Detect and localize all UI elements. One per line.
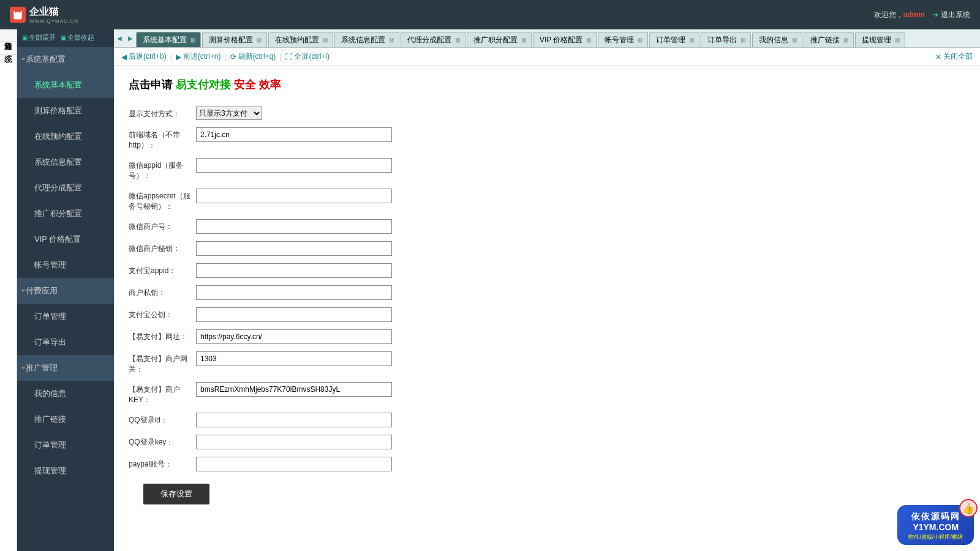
brand-name: 企业猫 bbox=[29, 6, 59, 17]
ali-pubkey-input[interactable] bbox=[196, 307, 392, 322]
tab[interactable]: 代理分成配置⊠ bbox=[401, 32, 466, 48]
epay-key-input[interactable] bbox=[196, 382, 392, 397]
qq-id-input[interactable] bbox=[196, 413, 392, 427]
tab-close-icon[interactable]: ⊠ bbox=[255, 37, 263, 43]
tab-label: 订单管理 bbox=[656, 35, 685, 45]
tab[interactable]: 我的信息⊠ bbox=[752, 32, 802, 48]
nav-item[interactable]: 提现管理 bbox=[17, 458, 114, 484]
nav-item[interactable]: 订单导出 bbox=[17, 329, 114, 355]
ali-appid-input[interactable] bbox=[196, 263, 392, 278]
qq-id-label: QQ登录id： bbox=[129, 413, 196, 425]
nav-item[interactable]: 我的信息 bbox=[17, 381, 114, 407]
pay-display-label: 显示支付方式： bbox=[129, 107, 196, 119]
tab[interactable]: 帐号管理⊠ bbox=[598, 32, 648, 48]
wx-appid-input[interactable] bbox=[196, 158, 392, 173]
nav-item[interactable]: 测算价格配置 bbox=[17, 98, 114, 124]
nav-item[interactable]: 订单管理 bbox=[17, 432, 114, 458]
epay-key-label: 【易支付】商户KEY： bbox=[129, 382, 196, 405]
tab-close-icon[interactable]: ⊠ bbox=[189, 37, 197, 43]
tab-close-icon[interactable]: ⊠ bbox=[636, 37, 644, 43]
epay-gw-input[interactable] bbox=[196, 351, 392, 366]
tab-scroll-right[interactable]: ▶ bbox=[125, 30, 136, 47]
wx-mch-input[interactable] bbox=[196, 219, 392, 234]
tab[interactable]: 提现管理⊠ bbox=[855, 32, 905, 48]
side-tab-fortune[interactable]: 算命频道 bbox=[0, 29, 16, 42]
expand-all-link[interactable]: ▣全部展开 bbox=[22, 33, 56, 42]
refresh-icon: ⟳ bbox=[230, 53, 236, 61]
nav-refresh[interactable]: ⟳刷新(ctrl+q) bbox=[230, 51, 276, 62]
tab-label: 帐号管理 bbox=[605, 35, 634, 45]
nav-forward[interactable]: ▶前进(ctrl+n) bbox=[176, 51, 221, 62]
nav-back[interactable]: ◀后退(ctrl+b) bbox=[121, 51, 167, 62]
tab-close-icon[interactable]: ⊠ bbox=[688, 37, 695, 43]
qq-key-input[interactable] bbox=[196, 435, 392, 449]
tab-close-icon[interactable]: ⊠ bbox=[842, 37, 850, 43]
content: 点击申请 易支付对接 安全 效率 显示支付方式：只显示3方支付 前端域名（不带h… bbox=[114, 66, 980, 551]
wx-mch-label: 微信商户号： bbox=[129, 219, 196, 232]
tab[interactable]: 订单导出⊠ bbox=[701, 32, 751, 48]
close-all-tabs[interactable]: ✕关闭全部 bbox=[935, 51, 973, 62]
logout-icon: ➔ bbox=[932, 10, 938, 19]
nav-category[interactable]: 付费应用 bbox=[17, 278, 114, 304]
nav-item[interactable]: 系统信息配置 bbox=[17, 149, 114, 175]
tab-close-icon[interactable]: ⊠ bbox=[739, 37, 747, 43]
nav-item[interactable]: 系统基本配置 bbox=[17, 72, 114, 98]
tab-close-icon[interactable]: ⊠ bbox=[585, 37, 592, 43]
tab[interactable]: 推广积分配置⊠ bbox=[467, 32, 532, 48]
nav-fullscreen[interactable]: ⛶全屏(ctrl+i) bbox=[285, 51, 330, 62]
tab-label: 在线预约配置 bbox=[275, 35, 319, 45]
tab-strip: ◀ ▶ 系统基本配置⊠测算价格配置⊠在线预约配置⊠系统信息配置⊠代理分成配置⊠推… bbox=[114, 29, 980, 48]
logout-link[interactable]: ➔退出系统 bbox=[932, 10, 970, 20]
domain-label: 前端域名（不带http）： bbox=[129, 127, 196, 151]
brand-sub: WWW.QYMAO.CN bbox=[29, 18, 78, 24]
forward-icon: ▶ bbox=[176, 53, 181, 61]
tab-label: 系统信息配置 bbox=[341, 35, 385, 45]
logo-area: 企业猫 WWW.QYMAO.CN bbox=[10, 6, 78, 24]
tab-label: 代理分成配置 bbox=[407, 35, 451, 45]
mch-private-label: 商户私钥： bbox=[129, 285, 196, 298]
tab-label: 订单导出 bbox=[707, 35, 737, 45]
back-icon: ◀ bbox=[121, 53, 127, 61]
nav-item[interactable]: VIP 价格配置 bbox=[17, 227, 114, 252]
epay-url-input[interactable] bbox=[196, 329, 392, 344]
tab-close-icon[interactable]: ⊠ bbox=[520, 37, 527, 43]
pay-display-select[interactable]: 只显示3方支付 bbox=[196, 107, 262, 120]
nav-item[interactable]: 推广积分配置 bbox=[17, 201, 114, 227]
paypal-input[interactable] bbox=[196, 457, 392, 471]
epay-url-label: 【易支付】网址： bbox=[129, 329, 196, 342]
tab[interactable]: 测算价格配置⊠ bbox=[202, 32, 267, 48]
tab[interactable]: 订单管理⊠ bbox=[649, 32, 699, 48]
nav-category[interactable]: 系统基配置 bbox=[17, 47, 114, 72]
nav-item[interactable]: 代理分成配置 bbox=[17, 175, 114, 201]
sidebar-tools: ▣全部展开 ▣全部收起 bbox=[17, 29, 114, 47]
vertical-tabs: 算命频道 系统 bbox=[0, 29, 17, 551]
mch-private-input[interactable] bbox=[196, 285, 392, 300]
tab-close-icon[interactable]: ⊠ bbox=[388, 37, 395, 43]
tab-close-icon[interactable]: ⊠ bbox=[322, 37, 329, 43]
tab[interactable]: VIP 价格配置⊠ bbox=[533, 32, 597, 48]
wx-mchkey-input[interactable] bbox=[196, 241, 392, 256]
tab-scroll-left[interactable]: ◀ bbox=[114, 30, 125, 47]
collapse-all-link[interactable]: ▣全部收起 bbox=[61, 33, 94, 42]
tab[interactable]: 推广链接⊠ bbox=[804, 32, 854, 48]
save-button[interactable]: 保存设置 bbox=[143, 484, 209, 504]
side-tab-system[interactable]: 系统 bbox=[0, 42, 16, 55]
plus-icon: ▣ bbox=[22, 34, 28, 41]
nav-item[interactable]: 推广链接 bbox=[17, 407, 114, 432]
nav-item[interactable]: 帐号管理 bbox=[17, 252, 114, 278]
tab[interactable]: 系统基本配置⊠ bbox=[136, 32, 201, 48]
nav-item[interactable]: 在线预约配置 bbox=[17, 124, 114, 149]
tab-close-icon[interactable]: ⊠ bbox=[454, 37, 461, 43]
domain-input[interactable] bbox=[196, 127, 392, 142]
nav-item[interactable]: 订单管理 bbox=[17, 304, 114, 329]
main-area: ◀ ▶ 系统基本配置⊠测算价格配置⊠在线预约配置⊠系统信息配置⊠代理分成配置⊠推… bbox=[114, 29, 980, 551]
nav-category[interactable]: 推广管理 bbox=[17, 355, 114, 381]
tab-close-icon[interactable]: ⊠ bbox=[894, 37, 901, 43]
wx-secret-input[interactable] bbox=[196, 189, 392, 203]
tab[interactable]: 在线预约配置⊠ bbox=[268, 32, 333, 48]
tab-close-icon[interactable]: ⊠ bbox=[791, 37, 798, 43]
sidebar: ▣全部展开 ▣全部收起 系统基配置系统基本配置测算价格配置在线预约配置系统信息配… bbox=[17, 29, 114, 551]
tab-label: 测算价格配置 bbox=[209, 35, 253, 45]
top-right: 欢迎您，admin ➔退出系统 bbox=[874, 10, 970, 20]
tab[interactable]: 系统信息配置⊠ bbox=[334, 32, 399, 48]
